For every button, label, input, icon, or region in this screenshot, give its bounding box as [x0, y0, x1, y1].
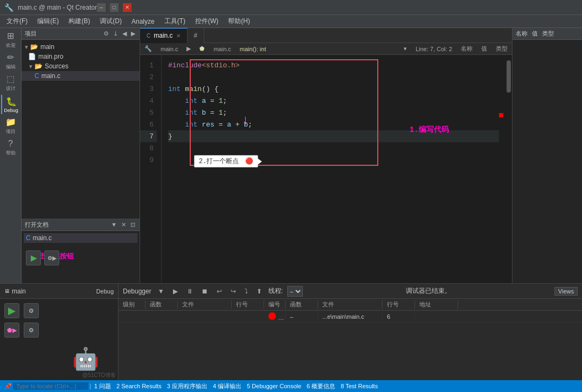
- editor-scrollbar[interactable]: [505, 55, 512, 283]
- debug-header-func2: 函数: [286, 300, 318, 309]
- views-button[interactable]: Views: [555, 287, 578, 296]
- code-line-8: [168, 142, 499, 154]
- tree-label-sources: Sources: [45, 62, 68, 70]
- close-button[interactable]: ✕: [123, 3, 131, 12]
- sidebar-filter-btn[interactable]: ⚙: [102, 30, 110, 38]
- open-docs-close-all[interactable]: ✕: [120, 221, 127, 229]
- right-col-value: 值: [532, 30, 538, 38]
- bottom-toolbar: Debugger ▼ ▶ ⏸ ⏹ ↩ ↪ ⤵ ⬆ 线程: – 调试器已结束。 V…: [119, 284, 582, 299]
- sidebar-collapse-btn[interactable]: ⤓: [112, 30, 119, 38]
- sidebar-nav-prev[interactable]: ◀: [121, 30, 128, 38]
- sidebar-nav-next[interactable]: ▶: [130, 30, 136, 38]
- debugger-toolbar-btn6[interactable]: ↪: [228, 287, 238, 296]
- debug-header-line: 行号: [232, 300, 264, 309]
- tab-mainc[interactable]: C main.c ✕: [140, 28, 188, 43]
- open-docs-pin[interactable]: ⊡: [129, 221, 136, 229]
- debugger-status: 调试器已结束。: [307, 286, 550, 296]
- status-item-problems[interactable]: 1 问题: [92, 382, 113, 390]
- debug-header-num: 编号: [264, 300, 286, 309]
- col-name: 名称: [461, 45, 473, 53]
- right-panel-header: 名称 值 类型: [512, 28, 582, 40]
- process-select[interactable]: –: [287, 286, 303, 297]
- debugger-toolbar-btn4[interactable]: ⏹: [199, 287, 210, 296]
- code-area[interactable]: #include<stdio.h> int main () { int a = …: [162, 55, 505, 283]
- menu-build[interactable]: 构建(B): [64, 16, 94, 27]
- debugger-toolbar-btn3[interactable]: ⏸: [184, 287, 195, 296]
- open-doc-item[interactable]: C main.c: [24, 233, 137, 243]
- editor-content[interactable]: 1 2 3 4 5 6 7 8 9 #include<stdio.h>: [140, 55, 512, 283]
- folder-sources-icon: 📂: [34, 62, 43, 70]
- run-debug-build-button[interactable]: ⬟▶: [4, 323, 19, 338]
- status-search-input[interactable]: [13, 382, 88, 390]
- right-indicator-dot: [499, 113, 503, 117]
- debug-row-1[interactable]: 1 – ...e\main\main.c 6: [119, 311, 582, 323]
- tree-label-mainpro: main.pro: [38, 53, 64, 60]
- menubar: 文件(F) 编辑(E) 构建(B) 调试(D) Analyze 工具(T) 控件…: [0, 15, 582, 28]
- tab-hash[interactable]: #: [188, 28, 205, 43]
- menu-tools[interactable]: 工具(T): [160, 16, 190, 27]
- status-item-compileout[interactable]: 4 编译输出: [211, 382, 244, 390]
- tree-item-sources[interactable]: ▼ 📂 Sources: [22, 61, 140, 71]
- run-button[interactable]: ▶: [26, 250, 41, 265]
- debug-cell-num: 1: [264, 312, 286, 321]
- debugger-toolbar-btn7[interactable]: ⤵: [242, 287, 250, 296]
- info-bar-icon: 🔧: [144, 45, 152, 52]
- activity-design[interactable]: ⬚ 设计: [1, 73, 20, 93]
- debug-header-line2: 行号: [383, 300, 415, 309]
- activity-welcome[interactable]: ⊞ 欢迎: [1, 30, 20, 50]
- debugger-toolbar-btn1[interactable]: ▼: [156, 287, 167, 296]
- menu-controls[interactable]: 控件(W): [191, 16, 223, 27]
- open-docs-tool1[interactable]: ▼: [110, 221, 118, 229]
- run-play-button[interactable]: ▶: [4, 303, 19, 318]
- breakpoint-table-indicator: [268, 312, 276, 320]
- activity-debug[interactable]: 🐛 Debug: [1, 95, 20, 114]
- debug-cell-file2: ...e\main\main.c: [318, 313, 383, 320]
- annotation-write-code: 1.编写代码: [410, 125, 449, 135]
- title-text: main.c @ main - Qt Creator: [18, 4, 97, 11]
- debug-cell-line2: 6: [383, 313, 415, 320]
- status-item-debugconsole[interactable]: 5 Debugger Console: [245, 383, 303, 389]
- status-item-appout[interactable]: 3 应用程序输出: [165, 382, 210, 390]
- tree-item-mainc[interactable]: C main.c: [22, 71, 140, 81]
- code-line-6: int res = a + b ;: [168, 118, 499, 130]
- menu-edit[interactable]: 编辑(E): [33, 16, 63, 27]
- editor-info-bar: 🔧 main.c ▶ ⬟ main.c main(): int ▾ Line: …: [140, 43, 512, 55]
- status-item-test[interactable]: 8 Test Results: [338, 383, 380, 389]
- run-debug-config[interactable]: ⚙: [24, 323, 39, 338]
- debug-panel-label2: Debug: [96, 288, 114, 295]
- minimize-button[interactable]: –: [97, 3, 106, 12]
- debugger-toolbar-btn8[interactable]: ⬆: [254, 287, 264, 296]
- debug-left-header: 🖥 main Debug: [0, 284, 118, 299]
- code-line-5: int b = 1 ;: [168, 107, 499, 118]
- debug-left-panel: 🖥 main Debug ▶ ⚙ ⬟▶ ⚙ 🤖 @51CTO博客: [0, 284, 119, 380]
- col-type: 类型: [496, 45, 508, 53]
- menu-debug[interactable]: 调试(D): [95, 16, 126, 27]
- maximize-button[interactable]: □: [110, 3, 119, 12]
- file-c-icon: C: [34, 72, 39, 80]
- tree-item-main[interactable]: ▼ 📂 main: [22, 42, 140, 52]
- editor-scrollbar-thumb[interactable]: [507, 60, 511, 93]
- run-with-debug-button[interactable]: ⚙▶: [44, 250, 59, 265]
- menu-file[interactable]: 文件(F): [2, 16, 32, 27]
- run-config-button[interactable]: ⚙: [24, 303, 39, 318]
- line-num-5: 5: [140, 107, 157, 118]
- status-item-search[interactable]: 2 Search Results: [114, 383, 164, 389]
- debugger-toolbar-btn5[interactable]: ↩: [214, 287, 224, 296]
- menu-help[interactable]: 帮助(H): [224, 16, 254, 27]
- status-item-summary[interactable]: 6 概要信息: [304, 382, 337, 390]
- activity-edit[interactable]: ✏ 编辑: [1, 52, 20, 71]
- line-num-9: 9: [140, 154, 157, 166]
- tree-item-mainpro[interactable]: 📄 main.pro: [22, 52, 140, 61]
- sidebar-title: 项目: [25, 30, 37, 38]
- line-num-7: 7: [140, 130, 157, 142]
- activity-help[interactable]: ? 帮助: [1, 138, 20, 157]
- activity-project[interactable]: 📁 项目: [1, 116, 20, 136]
- line-num-2: 2: [140, 71, 157, 83]
- tree-arrow-sources: ▼: [28, 64, 33, 69]
- tab-mainc-close[interactable]: ✕: [176, 33, 181, 39]
- debug-header-addr: 地址: [415, 300, 458, 309]
- line-num-3: 3: [140, 83, 157, 95]
- debugger-toolbar-btn2[interactable]: ▶: [171, 287, 180, 296]
- info-bar-breadcrumb: main(): int: [240, 46, 266, 52]
- menu-analyze[interactable]: Analyze: [127, 17, 159, 26]
